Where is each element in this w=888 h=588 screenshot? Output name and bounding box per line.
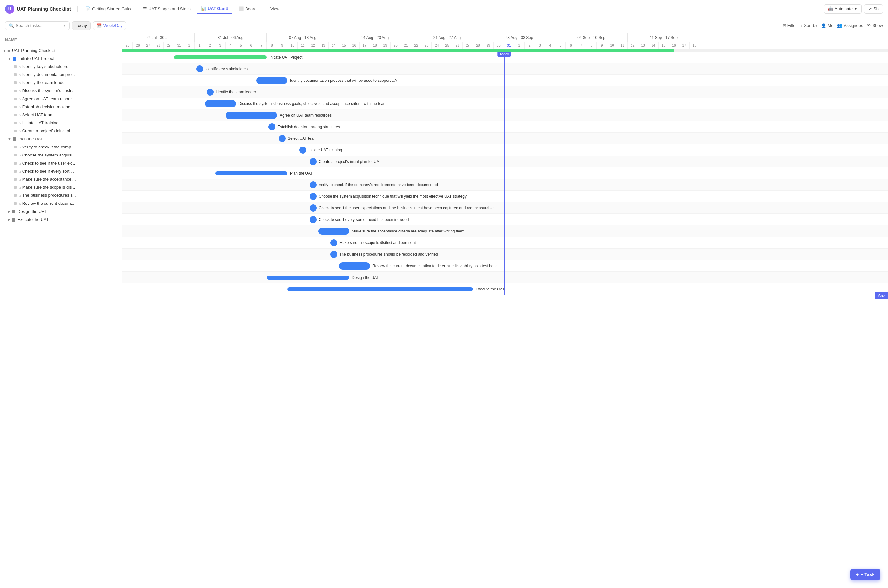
- week-day-button[interactable]: 📅 Week/Day: [93, 21, 126, 30]
- left-panel: NAME + ▼ ☰ UAT Planning Checklist ▼ Init…: [0, 33, 122, 588]
- top-nav: U UAT Planning Checklist 📄 Getting Start…: [0, 0, 888, 18]
- gantt-bar[interactable]: [215, 171, 287, 175]
- day-header: 31: [174, 42, 184, 49]
- week-header: 21 Aug - 27 Aug: [411, 33, 483, 42]
- expand-icon: ▶: [8, 218, 10, 222]
- day-header: 20: [391, 42, 401, 49]
- tree-item-p1[interactable]: ⌂ Verify to check if the comp...: [0, 143, 122, 151]
- day-header: 19: [380, 42, 391, 49]
- gantt-dot[interactable]: [310, 216, 317, 223]
- day-header: 16: [349, 42, 359, 49]
- gantt-dot[interactable]: [310, 181, 317, 188]
- add-task-fab[interactable]: + + Task: [850, 568, 880, 580]
- tab-gantt[interactable]: 📊 UAT Gantt: [197, 4, 232, 14]
- gantt-dot[interactable]: [330, 239, 337, 246]
- tab-view[interactable]: + View: [263, 4, 283, 13]
- gantt-dot[interactable]: [310, 193, 317, 200]
- me-button[interactable]: 👤 Me: [821, 23, 833, 28]
- day-header: 11: [298, 42, 308, 49]
- tree-item-initiate[interactable]: ▼ Initiate UAT Project: [0, 54, 122, 63]
- sort-by-button[interactable]: ↕ Sort by: [801, 23, 817, 28]
- assignees-button[interactable]: 👥 Assignees: [837, 23, 863, 28]
- gantt-dot[interactable]: [330, 251, 337, 258]
- week-header: 31 Jul - 06 Aug: [195, 33, 267, 42]
- gantt-dot[interactable]: [207, 88, 213, 96]
- gantt-bar[interactable]: [287, 287, 473, 291]
- tree-item-p8[interactable]: ⌂ Review the current docum...: [0, 200, 122, 207]
- tree-item-p7[interactable]: ⌂ The business procedures s...: [0, 191, 122, 200]
- tree-item-execute[interactable]: ▶ Execute the UAT: [0, 215, 122, 224]
- day-header: 3: [535, 42, 545, 49]
- tree-item-root[interactable]: ▼ ☰ UAT Planning Checklist: [0, 46, 122, 54]
- gantt-bar[interactable]: [225, 112, 277, 119]
- tab-getting-started[interactable]: 📄 Getting Started Guide: [81, 4, 137, 13]
- gantt-bar[interactable]: [257, 77, 287, 84]
- day-header: 31: [504, 42, 514, 49]
- gantt-bar[interactable]: [339, 262, 370, 270]
- subtask-icon: ⌂: [19, 170, 21, 173]
- gantt-dot[interactable]: [310, 204, 317, 212]
- bar-label: Agree on UAT team resources: [279, 113, 332, 117]
- tab-stages-steps[interactable]: ☰ UAT Stages and Steps: [139, 4, 195, 13]
- gantt-dot[interactable]: [299, 147, 307, 154]
- tree-item-t2[interactable]: ⌂ Identify documentation pro...: [0, 70, 122, 79]
- today-button[interactable]: Today: [72, 21, 90, 30]
- day-header: 6: [246, 42, 257, 49]
- gantt-bar[interactable]: [267, 276, 349, 279]
- search-box[interactable]: 🔍 ▼: [5, 21, 70, 30]
- tree-item-p3[interactable]: ⌂ Check to see if the user ex...: [0, 159, 122, 167]
- day-header: 24: [432, 42, 442, 49]
- tree-item-t6[interactable]: ⌂ Establish decision making ...: [0, 103, 122, 111]
- tree-item-p4[interactable]: ⌂ Check to see if every sort ...: [0, 167, 122, 175]
- day-header: 2: [524, 42, 535, 49]
- tree-item-t8[interactable]: ⌂ Initiate UAT training: [0, 119, 122, 127]
- subtask-icon: ⌂: [19, 105, 21, 109]
- gantt-dot[interactable]: [279, 135, 286, 142]
- collapse-icon: ▼: [3, 49, 6, 52]
- subtask-icon: ⌂: [19, 121, 21, 125]
- gantt-bar[interactable]: [205, 100, 236, 107]
- automate-icon: 🤖: [828, 6, 833, 11]
- t4-label: Discuss the system's busin...: [22, 88, 76, 93]
- t2-label: Identify documentation pro...: [22, 72, 75, 77]
- tree-item-t1[interactable]: ⌂ Identify key stakeholders: [0, 63, 122, 70]
- tree-item-design[interactable]: ▶ Design the UAT: [0, 207, 122, 215]
- tree-item-t5[interactable]: ⌂ Agree on UAT team resour...: [0, 94, 122, 103]
- gantt-row: Choose the system acquisition technique …: [122, 190, 888, 202]
- share-button[interactable]: ↗ Sh: [864, 4, 883, 14]
- filter-button[interactable]: ⊟ Filter: [783, 23, 797, 28]
- tree-item-t9[interactable]: ⌂ Create a project's initial pl...: [0, 127, 122, 135]
- gantt-dot[interactable]: [196, 65, 203, 72]
- subtask-icon: ⌂: [19, 97, 21, 101]
- day-header: 4: [545, 42, 556, 49]
- tree-item-p6[interactable]: ⌂ Make sure the scope is dis...: [0, 183, 122, 191]
- tab-board[interactable]: ⬜ Board: [234, 4, 260, 13]
- search-input[interactable]: [16, 23, 61, 28]
- day-header: 25: [442, 42, 452, 49]
- save-corner[interactable]: Sav: [875, 292, 888, 300]
- tree-item-p2[interactable]: ⌂ Choose the system acquisi...: [0, 151, 122, 159]
- bar-label: Execute the UAT: [476, 287, 505, 291]
- tree-item-t7[interactable]: ⌂ Select UAT team: [0, 111, 122, 119]
- tree-item-plan[interactable]: ▼ Plan the UAT: [0, 135, 122, 143]
- p5-label: Make sure the acceptance ...: [22, 177, 76, 182]
- gantt-area[interactable]: 24 Jul - 30 Jul31 Jul - 06 Aug07 Aug - 1…: [122, 33, 888, 588]
- gantt-dot[interactable]: [268, 123, 275, 130]
- day-header: 6: [566, 42, 576, 49]
- day-header: 21: [401, 42, 411, 49]
- gantt-dot[interactable]: [310, 158, 317, 165]
- day-header: 3: [215, 42, 225, 49]
- tree-item-p5[interactable]: ⌂ Make sure the acceptance ...: [0, 175, 122, 183]
- task-status-icon: [14, 98, 17, 100]
- gantt-bar[interactable]: [174, 56, 267, 59]
- gantt-bar[interactable]: [319, 228, 349, 235]
- day-header: 28: [153, 42, 164, 49]
- day-header: 10: [607, 42, 618, 49]
- add-task-button[interactable]: +: [109, 36, 117, 44]
- gantt-row: Make sure the scope is distinct and pert…: [122, 237, 888, 249]
- tree-item-t4[interactable]: ⌂ Discuss the system's busin...: [0, 87, 122, 94]
- automate-button[interactable]: 🤖 Automate ▼: [824, 4, 862, 14]
- show-button[interactable]: 👁 Show: [867, 23, 883, 28]
- list-icon: ☰: [143, 6, 147, 11]
- tree-item-t3[interactable]: ⌂ Identify the team leader: [0, 79, 122, 87]
